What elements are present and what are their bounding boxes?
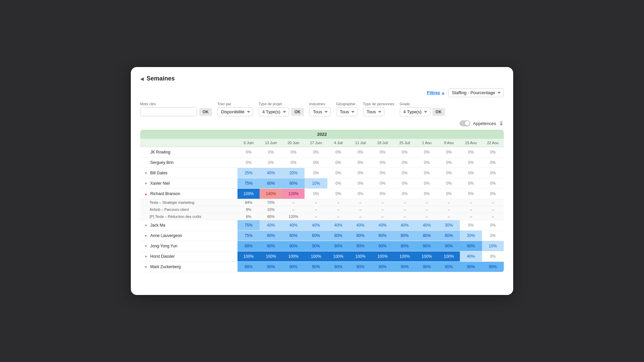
- row-expand-icon[interactable]: ▼: [144, 182, 148, 185]
- week-header-18juil: 18 Juil: [372, 139, 394, 147]
- week-header-1aou: 1 Aou: [416, 139, 438, 147]
- staffing-select[interactable]: Staffing - Pourcentage Staffing - Jours …: [448, 88, 504, 97]
- row-expand-icon[interactable]: ▼: [144, 255, 148, 258]
- cell-value: 100%: [237, 251, 260, 262]
- subrow-value-cell: –: [438, 213, 460, 220]
- main-card: ◀ Semaines Filtres ▲ Staffing - Pourcent…: [131, 67, 513, 295]
- person-name-cell: ▼Xavier Niel: [140, 178, 237, 189]
- filtres-button[interactable]: Filtres ▲: [427, 90, 445, 95]
- cell-value: 0%: [482, 220, 504, 231]
- mots-cles-input[interactable]: [140, 107, 197, 116]
- subrow-value-cell: –: [305, 206, 327, 213]
- person-name-cell: ▼Jack Ma: [140, 220, 237, 231]
- industries-group: Industries Tous: [309, 102, 331, 116]
- week-header-11juil: 11 Juil: [350, 139, 372, 147]
- subrow-value-cell: –: [282, 206, 305, 213]
- table-row: ▼Bill Gates25%40%20%0%0%0%0%0%0%0%0%0%: [140, 168, 504, 178]
- week-header-22aou: 22 Aou: [482, 139, 504, 147]
- cell-value: 40%: [260, 168, 282, 178]
- week-header-27juin: 27 Juin: [305, 139, 327, 147]
- type-projet-select[interactable]: 4 Type(s) Tous: [259, 107, 289, 116]
- mots-cles-label: Mots clés: [140, 102, 212, 106]
- cell-value: 100%: [372, 251, 394, 262]
- cell-value: 0%: [482, 231, 504, 241]
- week-header-15aou: 15 Aou: [460, 139, 482, 147]
- appetences-label: Appétences: [473, 121, 496, 126]
- table-row: ▼Xavier Niel75%80%80%10%0%0%0%0%0%0%0%0%: [140, 178, 504, 189]
- cell-value: 40%: [372, 220, 394, 231]
- sub-table-row: Airbnb – Parcours client9%10%––––––––––: [140, 206, 504, 213]
- cell-value: 100%: [305, 251, 327, 262]
- cell-value: 40%: [460, 251, 482, 262]
- cell-value: 80%: [327, 231, 350, 241]
- cell-value: 80%: [416, 231, 438, 241]
- cell-value: 80%: [282, 178, 305, 189]
- cell-value: 0%: [237, 147, 260, 158]
- subrow-value-cell: 60%: [260, 213, 282, 220]
- cell-value: 30%: [438, 220, 460, 231]
- cell-value: 100%: [237, 189, 260, 199]
- subrow-value-cell: –: [350, 199, 372, 206]
- person-name: Jack Ma: [150, 223, 165, 228]
- cell-value: 90%: [260, 241, 282, 251]
- row-expand-icon[interactable]: ▼: [144, 244, 148, 248]
- person-name: Anne Lauvergeon: [150, 233, 182, 238]
- subrow-value-cell: –: [482, 199, 504, 206]
- type-personnes-select[interactable]: Tous: [363, 107, 384, 116]
- cell-value: 0%: [327, 178, 350, 189]
- cell-value: 0%: [416, 168, 438, 178]
- row-expand-icon[interactable]: ▼: [144, 234, 148, 238]
- sub-table-row: [P] Tesla – Réduction des coûts6%60%120%…: [140, 213, 504, 220]
- person-name: Richard Branson: [150, 191, 180, 196]
- download-icon[interactable]: ⇓: [499, 120, 504, 127]
- top-bar: Filtres ▲ Staffing - Pourcentage Staffin…: [140, 88, 504, 97]
- name-column-header: [140, 139, 237, 147]
- subrow-value-cell: –: [372, 206, 394, 213]
- week-header-6juin: 6 Juin: [237, 139, 260, 147]
- cell-value: 100%: [416, 251, 438, 262]
- cell-value: 0%: [482, 158, 504, 168]
- cell-value: 0%: [350, 168, 372, 178]
- type-projet-ok-button[interactable]: OK: [291, 108, 304, 116]
- row-expand-icon[interactable]: ▼: [144, 265, 148, 269]
- week-header-13juin: 13 Juin: [260, 139, 282, 147]
- cell-value: 80%: [260, 178, 282, 189]
- cell-value: 80%: [305, 231, 327, 241]
- industries-select[interactable]: Tous: [309, 107, 331, 116]
- type-personnes-group: Type de personnes Tous: [363, 102, 394, 116]
- filtres-label: Filtres: [427, 90, 440, 95]
- chevron-left-icon: ◀: [140, 76, 144, 81]
- subrow-value-cell: –: [482, 213, 504, 220]
- cell-value: 80%: [282, 231, 305, 241]
- mots-cles-ok-button[interactable]: OK: [199, 108, 212, 116]
- cell-value: 0%: [327, 168, 350, 178]
- subrow-value-cell: 10%: [260, 206, 282, 213]
- cell-value: 75%: [237, 231, 260, 241]
- row-expand-icon[interactable]: ▼: [144, 171, 148, 175]
- staffing-select-wrapper: Staffing - Pourcentage Staffing - Jours …: [448, 88, 504, 97]
- subrow-value-cell: –: [327, 213, 350, 220]
- cell-value: 0%: [460, 178, 482, 189]
- grade-ok-button[interactable]: OK: [432, 108, 445, 116]
- row-expand-icon[interactable]: ▲: [144, 192, 148, 196]
- geographie-select[interactable]: Tous: [336, 107, 358, 116]
- cell-value: 75%: [237, 220, 260, 231]
- cell-value: 0%: [327, 147, 350, 158]
- row-expand-icon[interactable]: ▼: [144, 224, 148, 227]
- cell-value: 90%: [327, 241, 350, 251]
- cell-value: 100%: [260, 251, 282, 262]
- cell-value: 0%: [350, 158, 372, 168]
- table-row: ▼Jack Ma75%40%40%40%40%40%40%40%40%30%0%…: [140, 220, 504, 231]
- cell-value: 140%: [260, 189, 282, 199]
- cell-value: 90%: [393, 262, 416, 272]
- cell-value: 100%: [327, 251, 350, 262]
- appetences-toggle[interactable]: [460, 120, 470, 126]
- cell-value: 90%: [350, 262, 372, 272]
- subrow-value-cell: –: [372, 199, 394, 206]
- person-name-cell: ▼Anne Lauvergeon: [140, 231, 237, 241]
- trier-par-select[interactable]: Disponibilité Nom Grade: [217, 107, 253, 116]
- geographie-group: Géographie Tous: [336, 102, 358, 116]
- cell-value: 90%: [372, 241, 394, 251]
- subrow-value-cell: –: [438, 206, 460, 213]
- grade-select[interactable]: 4 Type(s) Tous: [400, 107, 430, 116]
